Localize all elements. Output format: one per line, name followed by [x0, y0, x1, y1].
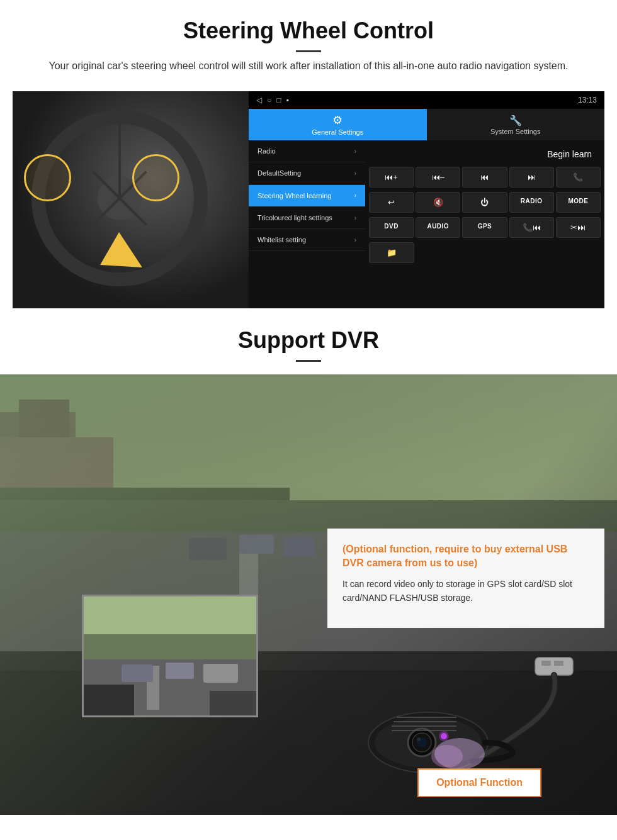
- menu-tricoloured-label: Tricoloured light settings: [258, 213, 332, 222]
- ctrl-folder[interactable]: 📁: [369, 242, 414, 263]
- dvr-info-card: (Optional function, require to buy exter…: [327, 529, 604, 628]
- swc-composite: ◁ ○ □ ▪ 13:13 ⚙ General Settings 🔧 Syste…: [13, 91, 604, 308]
- tab-system-settings[interactable]: 🔧 System Settings: [427, 109, 605, 140]
- menu-item-radio[interactable]: Radio ›: [249, 140, 365, 162]
- dvr-camera-svg: [346, 654, 586, 780]
- menu-whitelist-label: Whitelist setting: [258, 235, 306, 244]
- controls-grid-row4: 📁: [368, 241, 602, 264]
- dvr-divider: [296, 360, 321, 362]
- svg-rect-19: [203, 664, 238, 683]
- android-panel: ◁ ○ □ ▪ 13:13 ⚙ General Settings 🔧 Syste…: [249, 91, 604, 308]
- svg-rect-23: [541, 661, 551, 666]
- svg-rect-20: [84, 685, 134, 717]
- ctrl-audio[interactable]: AUDIO: [416, 217, 460, 238]
- svg-point-30: [417, 737, 421, 741]
- menu-arrow-steering: ›: [354, 192, 356, 199]
- arrow-overlay: [107, 239, 157, 277]
- ctrl-gps[interactable]: GPS: [462, 217, 507, 238]
- android-statusbar: ◁ ○ □ ▪ 13:13: [249, 91, 604, 109]
- menu-arrow-radio: ›: [354, 148, 356, 155]
- highlight-circle-left: [24, 154, 71, 201]
- menu-item-whitelist[interactable]: Whitelist setting ›: [249, 229, 365, 251]
- menu-arrow-tricoloured: ›: [354, 215, 356, 221]
- ctrl-back[interactable]: ↩: [369, 192, 414, 213]
- menu-item-steering-wheel[interactable]: Steering Wheel learning ›: [249, 185, 365, 207]
- section2: Support DVR: [0, 308, 617, 815]
- statusbar-time: 13:13: [578, 96, 597, 104]
- statusbar-nav-icons: ◁ ○ □ ▪: [256, 96, 289, 104]
- android-content: Radio › DefaultSetting › Steering Wheel …: [249, 140, 604, 308]
- menu-item-tricoloured[interactable]: Tricoloured light settings ›: [249, 207, 365, 229]
- subtitle-text: Your original car's steering wheel contr…: [38, 59, 579, 74]
- svg-rect-8: [189, 538, 227, 560]
- system-icon: 🔧: [509, 115, 522, 126]
- svg-point-38: [431, 745, 463, 768]
- dvr-composite: (Optional function, require to buy exter…: [0, 374, 617, 815]
- page-title: Steering Wheel Control: [13, 18, 604, 44]
- svg-rect-21: [210, 691, 258, 717]
- highlight-circle-right: [132, 154, 179, 201]
- svg-rect-17: [122, 664, 153, 682]
- begin-learn-row: Begin learn: [368, 143, 602, 165]
- menu-steering-label: Steering Wheel learning: [258, 191, 331, 200]
- svg-rect-9: [239, 535, 274, 554]
- dvr-title-area: Support DVR: [0, 308, 617, 374]
- controls-panel: Begin learn ⏮+ ⏮– ⏮ ⏭ 📞 ↩ 🔇 ⏻: [365, 140, 604, 308]
- dvr-thumbnail: [82, 595, 258, 717]
- menu-arrow-defaultsetting: ›: [354, 170, 356, 177]
- ctrl-phone[interactable]: 📞: [556, 167, 601, 188]
- android-tabs: ⚙ General Settings 🔧 System Settings: [249, 109, 604, 140]
- dvr-thumbnail-svg: [84, 596, 258, 717]
- ctrl-power[interactable]: ⏻: [462, 192, 507, 213]
- svg-point-32: [439, 731, 449, 741]
- gear-icon: ⚙: [332, 113, 342, 127]
- menu-panel: Radio › DefaultSetting › Steering Wheel …: [249, 140, 365, 308]
- recents-icon: □: [276, 96, 281, 104]
- tab-general-label: General Settings: [312, 128, 363, 136]
- arrow-shape: [100, 232, 152, 284]
- title-area: Steering Wheel Control Your original car…: [0, 0, 617, 91]
- section1: Steering Wheel Control Your original car…: [0, 0, 617, 308]
- steering-wheel-photo: [13, 91, 249, 308]
- dvr-description: It can record video only to storage in G…: [342, 577, 589, 605]
- ctrl-dvd[interactable]: DVD: [369, 217, 414, 238]
- menu-defaultsetting-label: DefaultSetting: [258, 169, 301, 177]
- svg-rect-10: [283, 537, 315, 557]
- ctrl-next[interactable]: ⏭: [509, 167, 554, 188]
- ctrl-vol-up[interactable]: ⏮+: [369, 167, 414, 188]
- dvr-optional-heading: (Optional function, require to buy exter…: [342, 542, 589, 571]
- tab-system-label: System Settings: [490, 128, 540, 135]
- ctrl-prev[interactable]: ⏮: [462, 167, 507, 188]
- menu-item-defaultsetting[interactable]: DefaultSetting ›: [249, 162, 365, 184]
- home-icon: ○: [267, 96, 271, 104]
- ctrl-cut-next[interactable]: ✂⏭: [556, 217, 601, 238]
- back-icon: ◁: [256, 96, 262, 104]
- menu-radio-label: Radio: [258, 147, 276, 155]
- menu-arrow-whitelist: ›: [354, 237, 356, 244]
- ctrl-mode[interactable]: MODE: [556, 192, 601, 213]
- ctrl-vol-down[interactable]: ⏮–: [416, 167, 460, 188]
- svg-rect-18: [166, 663, 194, 679]
- tab-general-settings[interactable]: ⚙ General Settings: [249, 109, 427, 140]
- controls-grid-row3: DVD AUDIO GPS 📞⏮ ✂⏭: [368, 216, 602, 239]
- title-divider: [296, 50, 321, 52]
- dvr-title: Support DVR: [13, 327, 604, 354]
- controls-grid-row2: ↩ 🔇 ⏻ RADIO MODE: [368, 191, 602, 214]
- ctrl-phone-prev[interactable]: 📞⏮: [509, 217, 554, 238]
- ctrl-mute[interactable]: 🔇: [416, 192, 460, 213]
- ctrl-radio[interactable]: RADIO: [509, 192, 554, 213]
- begin-learn-button[interactable]: Begin learn: [542, 147, 597, 162]
- controls-grid-row1: ⏮+ ⏮– ⏮ ⏭ 📞: [368, 165, 602, 189]
- menu-icon: ▪: [286, 96, 289, 104]
- svg-rect-24: [554, 661, 563, 666]
- optional-function-button[interactable]: Optional Function: [417, 768, 541, 797]
